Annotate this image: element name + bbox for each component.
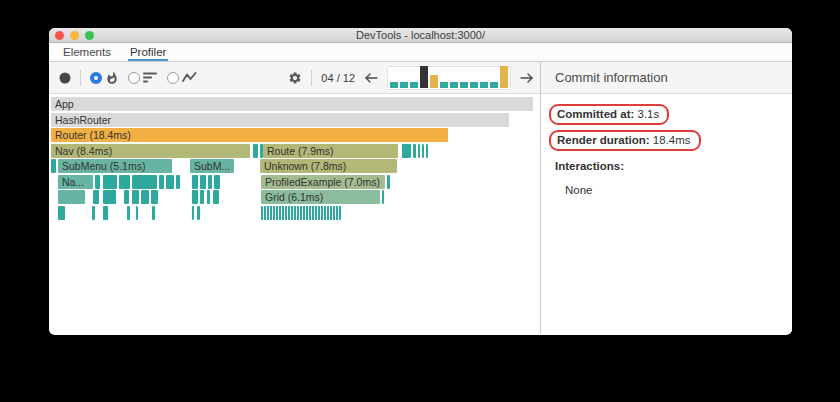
flame-bar-small[interactable] — [103, 190, 116, 204]
flame-bar-small[interactable] — [132, 190, 139, 204]
commit-bar[interactable] — [450, 82, 458, 88]
flame-bar-small[interactable] — [200, 190, 204, 204]
flame-bar-small[interactable] — [58, 190, 85, 204]
flame-bar-small[interactable] — [200, 175, 206, 189]
tab-profiler[interactable]: Profiler — [128, 46, 168, 61]
commit-info-header: Commit information — [541, 62, 792, 94]
main-area: 04 / 12 AppHashRouterRouter (18.4ms)Nav … — [49, 62, 792, 333]
flame-bar-small[interactable] — [426, 144, 428, 158]
interactions-radio[interactable] — [167, 72, 179, 84]
right-arrow-icon — [520, 72, 534, 84]
flame-bar-small[interactable] — [192, 190, 198, 204]
flame-bar-small[interactable] — [253, 144, 258, 158]
commit-bar[interactable] — [470, 82, 478, 88]
screenshot-stage: DevTools - localhost:3000/ Elements Prof… — [0, 0, 840, 402]
flame-bar-small[interactable] — [132, 175, 157, 189]
commit-bar-selected[interactable] — [420, 66, 428, 88]
flame-bar-small[interactable] — [141, 190, 149, 204]
flame-bar[interactable]: SubMenu (5.1ms) — [58, 159, 172, 173]
flame-bar-small[interactable] — [382, 190, 384, 204]
flame-bar-small[interactable] — [159, 175, 164, 189]
flame-bar-small[interactable] — [192, 206, 194, 220]
titlebar[interactable]: DevTools - localhost:3000/ — [49, 28, 792, 43]
flame-bar-small[interactable] — [402, 144, 411, 158]
flame-bar-small[interactable] — [214, 175, 220, 189]
flame-bar[interactable]: Grid (6.1ms) — [261, 190, 380, 204]
flamegraph-radio[interactable] — [90, 72, 102, 84]
flame-bar[interactable]: Router (18.4ms) — [51, 128, 448, 142]
flame-bar-label: SubMenu (5.1ms) — [58, 159, 172, 173]
flame-chart: AppHashRouterRouter (18.4ms)Nav (8.4ms)R… — [51, 97, 534, 333]
flame-bar[interactable]: Nav (8.4ms) — [51, 144, 250, 158]
line-chart-icon — [182, 71, 197, 84]
commit-bar[interactable] — [410, 82, 418, 88]
flame-bar-small[interactable] — [261, 206, 341, 220]
flame-bar-small[interactable] — [413, 144, 416, 158]
flame-bar-label: App — [51, 97, 533, 111]
flame-bar-label: ProfiledExample (7.0ms) — [261, 175, 385, 189]
commit-selector-chart[interactable] — [387, 66, 511, 90]
flame-bar-small[interactable] — [119, 175, 130, 189]
flame-bar-small[interactable] — [124, 190, 129, 204]
flame-bar-small[interactable] — [95, 175, 100, 189]
flame-bar-small[interactable] — [151, 190, 158, 204]
left-arrow-icon — [364, 72, 378, 84]
flame-bar[interactable]: App — [51, 97, 533, 111]
flamegraph-view-option[interactable] — [90, 71, 119, 85]
record-icon — [59, 72, 71, 84]
flame-bar-small[interactable] — [93, 190, 99, 204]
settings-button[interactable] — [288, 71, 302, 85]
commit-bar[interactable] — [400, 82, 408, 88]
ranked-radio[interactable] — [128, 72, 140, 84]
flame-bar[interactable]: SubM... — [190, 159, 234, 173]
flame-bar-small[interactable] — [127, 206, 130, 220]
flame-bar-small[interactable] — [103, 206, 108, 220]
flame-bar[interactable]: Na... — [58, 175, 93, 189]
flame-bar-small[interactable] — [208, 175, 212, 189]
render-duration-label: Render duration: — [557, 134, 650, 146]
flame-bar-small[interactable] — [58, 206, 65, 220]
flame-bar-small[interactable] — [92, 206, 95, 220]
flame-bar[interactable]: Route (7.9ms) — [263, 144, 398, 158]
interactions-value: None — [555, 184, 778, 196]
flame-bar-small[interactable] — [136, 206, 138, 220]
interactions-view-option[interactable] — [167, 71, 197, 84]
flame-bar[interactable]: ProfiledExample (7.0ms) — [261, 175, 385, 189]
flame-bar-small[interactable] — [207, 190, 210, 204]
flame-bar-small[interactable] — [192, 175, 198, 189]
tab-elements[interactable]: Elements — [61, 46, 113, 61]
flame-bar-label: HashRouter — [51, 113, 509, 127]
flame-bar-small[interactable] — [166, 175, 174, 189]
flame-bar-label: Grid (6.1ms) — [261, 190, 380, 204]
flame-bar-small[interactable] — [418, 144, 420, 158]
commit-bar[interactable] — [430, 75, 438, 88]
flame-bar-small[interactable] — [152, 206, 155, 220]
flame-icon — [105, 71, 119, 85]
record-button[interactable] — [59, 72, 71, 84]
gear-icon — [288, 71, 302, 85]
flame-bar-label: Router (18.4ms) — [51, 128, 448, 142]
ranked-bars-icon — [143, 71, 158, 84]
commit-bar[interactable] — [390, 82, 398, 88]
flame-bar-label: Nav (8.4ms) — [51, 144, 250, 158]
flame-bar[interactable]: HashRouter — [51, 113, 509, 127]
render-duration-value: 18.4ms — [653, 134, 691, 146]
flame-bar-small[interactable] — [213, 190, 219, 204]
flame-bar-small[interactable] — [422, 144, 424, 158]
commit-bar[interactable] — [440, 82, 448, 88]
window-title: DevTools - localhost:3000/ — [49, 28, 792, 43]
flame-bar-small[interactable] — [387, 175, 390, 189]
commit-bar[interactable] — [460, 82, 468, 88]
commit-bar[interactable] — [500, 66, 508, 88]
prev-commit-button[interactable] — [364, 72, 378, 84]
commit-bar[interactable] — [490, 82, 498, 88]
flame-bar-small[interactable] — [197, 206, 200, 220]
next-commit-button[interactable] — [520, 72, 534, 84]
profiler-toolbar: 04 / 12 — [49, 62, 540, 94]
flame-bar[interactable]: Unknown (7.8ms) — [260, 159, 397, 173]
flame-bar-small[interactable] — [51, 159, 56, 173]
commit-bar[interactable] — [480, 82, 488, 88]
flame-bar-small[interactable] — [176, 175, 180, 189]
ranked-view-option[interactable] — [128, 71, 158, 84]
flame-bar-small[interactable] — [103, 175, 117, 189]
